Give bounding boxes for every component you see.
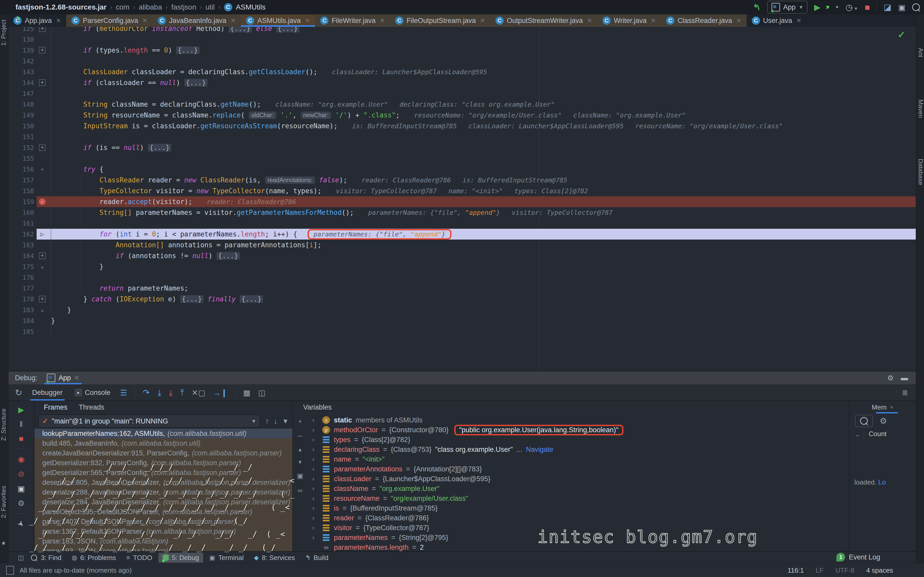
breadcrumb[interactable]: fastjson-1.2.68-sources.jar›com›alibaba›… [16,3,265,11]
pin-icon[interactable]: ➤ [16,518,27,529]
close-icon[interactable]: ✕ [56,17,61,24]
window-grid-icon[interactable]: ◫ [18,554,24,561]
expand-chevron-icon[interactable]: › [312,446,318,453]
breadcrumb-jar[interactable]: fastjson-1.2.68-sources.jar [16,3,107,11]
expand-chevron-icon[interactable]: › [312,524,318,532]
stop-icon[interactable]: ■ [19,434,23,443]
gutter-marker[interactable]: + [37,144,48,151]
frame-row[interactable]: createJavaBeanDeserializer:915, ParserCo… [34,448,292,458]
remove-watch-icon[interactable]: ─ [298,432,302,440]
toolwindow-button-todo[interactable]: ≡TODO [122,553,157,563]
frame-row[interactable]: deserialze:284, JavaBeanDeserializer,(co… [34,497,292,507]
variable-row[interactable]: ›reader = {ClassReader@786} [308,513,849,523]
close-icon[interactable]: ✕ [480,17,485,24]
force-step-into-icon[interactable]: ⤓ [169,388,173,398]
filter-icon[interactable]: ▼ [282,417,289,425]
run-window-icon[interactable]: ▣ [898,3,905,12]
step-out-icon[interactable]: ⤒ [180,388,184,398]
tab-fileoutputstream-java[interactable]: CFileOutputStream.java✕ [390,15,490,27]
frame-row[interactable]: deserialze:805, JavaBeanDeserializer,(co… [34,477,292,487]
search-everywhere-icon[interactable] [912,3,920,11]
toolwindow-label-ant[interactable]: Ant [916,48,924,57]
minimize-icon[interactable]: ▬ [901,374,908,382]
variable-row[interactable]: ›types = {Class[2]@782} [308,435,849,445]
tab-user-java[interactable]: CUser.java✕ [746,15,807,27]
toolwindow-button-3-find[interactable]: 3: Find [26,553,66,563]
fold-top-icon[interactable]: ▾ [40,166,44,172]
event-log[interactable]: 1 Event Log [836,552,880,562]
fold-bottom-icon[interactable]: ▴ [40,307,44,313]
tab-debugger[interactable]: Debugger [30,385,65,401]
variable-row[interactable]: ›declaringClass = {Class@753} "class org… [308,445,849,455]
mute-breakpoints-icon[interactable]: ☰ [120,388,127,397]
fold-expand-icon[interactable]: + [39,253,46,259]
fold-expand-icon[interactable]: + [39,79,46,86]
pause-icon[interactable]: ‖ [19,420,23,429]
close-icon[interactable]: ✕ [380,17,385,24]
expand-chevron-icon[interactable]: › [312,495,318,502]
tab-asmutils-java[interactable]: CASMUtils.java✕ [241,15,315,27]
frame-row[interactable]: parseObject:395, DefaultJSONParser,(com.… [34,507,292,517]
frame-row[interactable]: deserialze:288, JavaBeanDeserializer,(co… [34,487,292,497]
toolwindow-label-maven[interactable]: Maven [916,100,924,118]
gutter-marker[interactable]: ▷ [37,230,48,238]
gutter-marker[interactable]: + [37,253,48,259]
variable-row[interactable]: ›is = {BufferedInputStream@785} [308,503,849,513]
variable-row[interactable]: ›className = "org.example.User" [308,484,849,493]
close-icon[interactable]: ✕ [142,17,147,24]
toolwindow-button-6-problems[interactable]: ◍6: Problems [68,553,120,563]
frame-row[interactable]: parse:183, JSON,(com.alibaba.fastjson) [34,536,292,546]
toolwindow-button-build[interactable]: ↰Build [301,553,333,563]
frame-row[interactable]: getDeserializer:832, ParserConfig,(com.a… [34,458,292,468]
frame-row[interactable]: build:485, JavaBeanInfo,(com.alibaba.fas… [34,438,292,448]
memory-search-box[interactable] [855,415,873,427]
frame-row[interactable]: lookupParameterNames:162, ASMUtils,(com.… [34,429,292,438]
drop-frame-icon[interactable]: ✕▢ [192,388,205,397]
tab-javabeaninfo-java[interactable]: CJavaBeanInfo.java✕ [153,15,241,27]
breakpoint-icon[interactable]: ✓ [39,198,46,205]
variable-row[interactable]: ›sstatic members of ASMUtils [308,415,849,425]
fold-expand-icon[interactable]: + [39,47,46,53]
toolwindow-button-terminal[interactable]: ▣Terminal [205,553,248,563]
settings-gear-icon[interactable]: ⚙ [18,499,25,508]
toolwindow-button-5-debug[interactable]: 5: Debug [158,553,204,563]
gutter-marker[interactable]: ▴ [37,307,48,313]
toolwindow-label-database[interactable]: Database [916,159,924,185]
expand-chevron-icon[interactable]: › [312,504,318,512]
tab-app-java[interactable]: CApp.java✕ [8,15,66,27]
expand-chevron-icon[interactable]: › [312,485,318,492]
profiler-button[interactable]: ◷ ▼ [846,2,858,12]
breadcrumb-segment[interactable]: alibaba [139,3,162,11]
tab-parserconfig-java[interactable]: CParserConfig.java✕ [66,15,153,27]
gutter-marker[interactable]: + [37,47,48,53]
expand-chevron-icon[interactable]: › [312,426,318,434]
panel-options-icon[interactable]: ≣ [902,388,908,397]
variable-row[interactable]: ›pmethodOrCtor = {Constructor@780}"publi… [308,425,849,435]
layout-settings-icon[interactable]: ◫ [258,388,265,397]
expand-chevron-icon[interactable]: › [312,436,318,443]
expand-chevron-icon[interactable]: › [312,466,318,473]
close-icon[interactable]: ✕ [796,17,801,24]
line-separator[interactable]: LF [816,566,824,574]
tab-console[interactable]: ▸ Console [73,385,112,401]
move-up-icon[interactable]: ▲ [297,446,303,453]
thread-selector[interactable]: ✓ "main"@1 in group "main": RUNNING ▼ [38,414,260,428]
frame-down-icon[interactable]: ↓ [273,417,278,425]
show-watches-icon[interactable]: ∞ [298,487,303,495]
gear-icon[interactable]: ⚙ [887,374,893,382]
stop-button[interactable]: ■ [865,2,870,12]
variable-row[interactable]: ∞parameterNames.length = 2 [308,543,849,552]
sidebar-label-1-project[interactable]: 1: Project [0,19,8,45]
expand-chevron-icon[interactable]: › [312,514,318,522]
add-watch-icon[interactable]: + [298,417,302,425]
expand-chevron-icon[interactable]: › [312,475,318,482]
indent-setting[interactable]: 4 spaces [866,566,893,574]
fold-bottom-icon[interactable]: ▴ [40,264,44,270]
frame-row[interactable]: parse:193, JSON,(com.alibaba.fastjson) [34,546,292,552]
variable-row[interactable]: ›parameterAnnotations = {Annotation[2][]… [308,464,849,474]
gutter-marker[interactable]: + [37,79,48,86]
expand-chevron-icon[interactable]: › [312,534,318,541]
evaluate-expression-icon[interactable]: ▦ [243,388,250,397]
mute-breakpoints-rail-icon[interactable]: ⊘ [18,469,24,478]
tab-writer-java[interactable]: CWriter.java✕ [597,15,661,27]
